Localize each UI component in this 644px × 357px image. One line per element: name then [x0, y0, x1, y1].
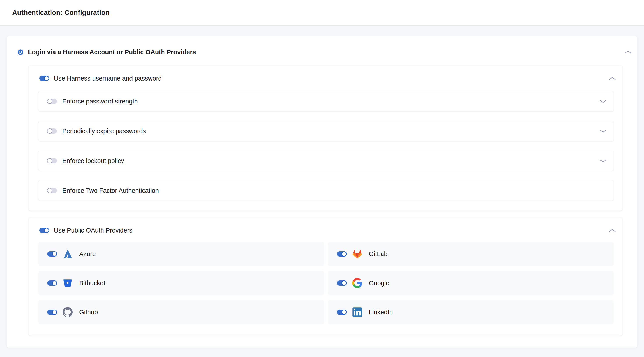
expand-row-button[interactable]	[600, 100, 606, 103]
toggle-knob	[47, 99, 52, 104]
use-harness-username-password-toggle[interactable]	[40, 76, 49, 81]
chevron-up-icon	[609, 76, 616, 80]
google-toggle[interactable]	[337, 280, 346, 286]
policy-label: Enforce password strength	[62, 98, 138, 105]
toggle-knob	[47, 158, 52, 164]
provider-label: Github	[79, 309, 98, 316]
harness-username-password-section: Use Harness username and password Enforc…	[29, 66, 622, 211]
chevron-down-icon	[600, 159, 606, 163]
expand-row-button[interactable]	[600, 159, 606, 163]
provider-row-github[interactable]: Github	[38, 300, 324, 324]
azure-toggle[interactable]	[47, 251, 57, 256]
collapse-section-button[interactable]	[624, 50, 632, 54]
gitlab-toggle[interactable]	[337, 251, 346, 256]
toggle-knob	[52, 251, 57, 256]
provider-label: LinkedIn	[369, 309, 393, 316]
provider-row-linkedin[interactable]: LinkedIn	[328, 300, 614, 324]
provider-row-azure[interactable]: Azure	[38, 242, 324, 266]
toggle-knob	[52, 310, 57, 315]
section-label: Use Harness username and password	[54, 75, 162, 82]
policy-label: Enforce lockout policy	[62, 157, 124, 164]
oauth-provider-grid: Azure GitLab	[38, 242, 614, 324]
toggle-knob	[44, 76, 49, 81]
provider-row-bitbucket[interactable]: Bitbucket	[38, 271, 324, 295]
linkedin-toggle[interactable]	[337, 310, 346, 315]
toggle-knob	[342, 280, 347, 286]
enforce-password-strength-toggle[interactable]	[47, 99, 57, 104]
provider-label: Bitbucket	[79, 280, 105, 287]
public-oauth-providers-section: Use Public OAuth Providers Azure	[29, 218, 622, 336]
periodically-expire-passwords-toggle[interactable]	[47, 128, 57, 134]
toggle-knob	[47, 188, 52, 193]
provider-label: GitLab	[369, 250, 388, 258]
toggle-knob	[52, 280, 57, 286]
policy-label: Periodically expire passwords	[62, 128, 146, 135]
use-public-oauth-providers-toggle[interactable]	[40, 228, 49, 233]
gitlab-icon	[352, 249, 362, 259]
collapse-oauth-section-button[interactable]	[609, 228, 616, 232]
github-toggle[interactable]	[47, 310, 57, 315]
policy-row-password-strength[interactable]: Enforce password strength	[38, 91, 614, 111]
bitbucket-icon	[62, 278, 72, 288]
chevron-down-icon	[600, 100, 606, 103]
bitbucket-toggle[interactable]	[47, 280, 57, 286]
chevron-down-icon	[600, 129, 606, 133]
linkedin-icon	[352, 307, 362, 317]
policy-row-lockout-policy[interactable]: Enforce lockout policy	[38, 151, 614, 171]
toggle-knob	[47, 128, 52, 134]
auth-configuration-card: Login via a Harness Account or Public OA…	[7, 36, 637, 348]
collapse-harness-section-button[interactable]	[609, 76, 616, 80]
enforce-two-factor-toggle[interactable]	[47, 188, 57, 193]
section-label: Use Public OAuth Providers	[54, 227, 132, 234]
chevron-up-icon	[609, 228, 616, 232]
toggle-knob	[44, 228, 49, 233]
expand-row-button[interactable]	[600, 129, 606, 133]
policy-row-expire-passwords[interactable]: Periodically expire passwords	[38, 121, 614, 141]
policy-row-two-factor[interactable]: Enforce Two Factor Authentication	[38, 180, 614, 200]
chevron-up-icon	[624, 50, 632, 54]
radio-selected-icon[interactable]	[18, 49, 24, 55]
provider-row-google[interactable]: Google	[328, 271, 614, 295]
provider-label: Google	[369, 280, 390, 287]
toggle-knob	[342, 310, 347, 315]
enforce-lockout-policy-toggle[interactable]	[47, 158, 57, 164]
google-icon	[352, 278, 362, 288]
page-title: Authentication: Configuration	[12, 9, 110, 16]
provider-label: Azure	[79, 250, 96, 258]
provider-row-gitlab[interactable]: GitLab	[328, 242, 614, 266]
policy-label: Enforce Two Factor Authentication	[62, 187, 159, 194]
toggle-knob	[342, 251, 347, 256]
login-method-option[interactable]: Login via a Harness Account or Public OA…	[18, 48, 632, 56]
top-bar: Authentication: Configuration	[0, 0, 644, 26]
github-icon	[62, 307, 72, 317]
login-method-label: Login via a Harness Account or Public OA…	[28, 48, 196, 56]
azure-icon	[62, 249, 72, 259]
